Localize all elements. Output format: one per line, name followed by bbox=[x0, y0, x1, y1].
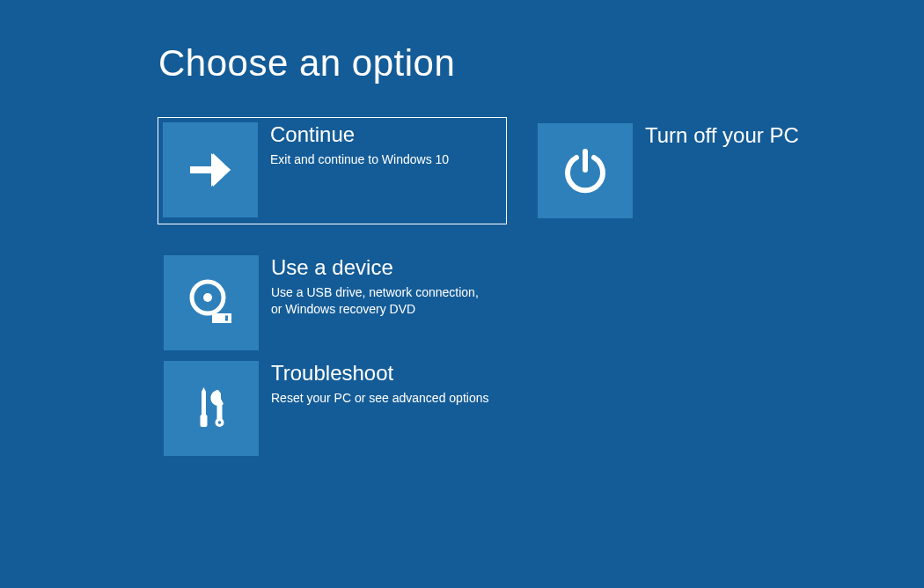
turnoff-option[interactable]: Turn off your PC bbox=[532, 118, 880, 224]
svg-marker-10 bbox=[202, 387, 206, 392]
svg-rect-6 bbox=[212, 313, 231, 323]
svg-rect-9 bbox=[201, 415, 208, 427]
continue-option[interactable]: Continue Exit and continue to Windows 10 bbox=[158, 118, 506, 224]
usedevice-description: Use a USB drive, network connection, or … bbox=[271, 284, 491, 319]
options-grid: Continue Exit and continue to Windows 10… bbox=[158, 118, 889, 461]
svg-point-5 bbox=[203, 293, 212, 302]
svg-marker-2 bbox=[211, 153, 231, 187]
continue-description: Exit and continue to Windows 10 bbox=[270, 151, 449, 169]
main-container: Choose an option Continue Exit and conti… bbox=[0, 0, 924, 461]
svg-point-13 bbox=[218, 421, 222, 424]
svg-rect-7 bbox=[225, 316, 228, 321]
svg-rect-8 bbox=[202, 392, 206, 415]
arrow-right-icon bbox=[163, 122, 258, 217]
troubleshoot-title: Troubleshoot bbox=[271, 361, 488, 386]
turnoff-title: Turn off your PC bbox=[645, 123, 799, 149]
usedevice-option[interactable]: Use a device Use a USB drive, network co… bbox=[158, 250, 506, 356]
usedevice-title: Use a device bbox=[271, 255, 491, 281]
power-icon bbox=[538, 123, 633, 218]
troubleshoot-option[interactable]: Troubleshoot Reset your PC or see advanc… bbox=[158, 356, 506, 461]
continue-title: Continue bbox=[270, 122, 449, 148]
troubleshoot-description: Reset your PC or see advanced options bbox=[271, 390, 488, 408]
page-title: Choose an option bbox=[158, 42, 924, 85]
disc-usb-icon bbox=[164, 255, 259, 350]
tools-icon bbox=[164, 361, 259, 456]
